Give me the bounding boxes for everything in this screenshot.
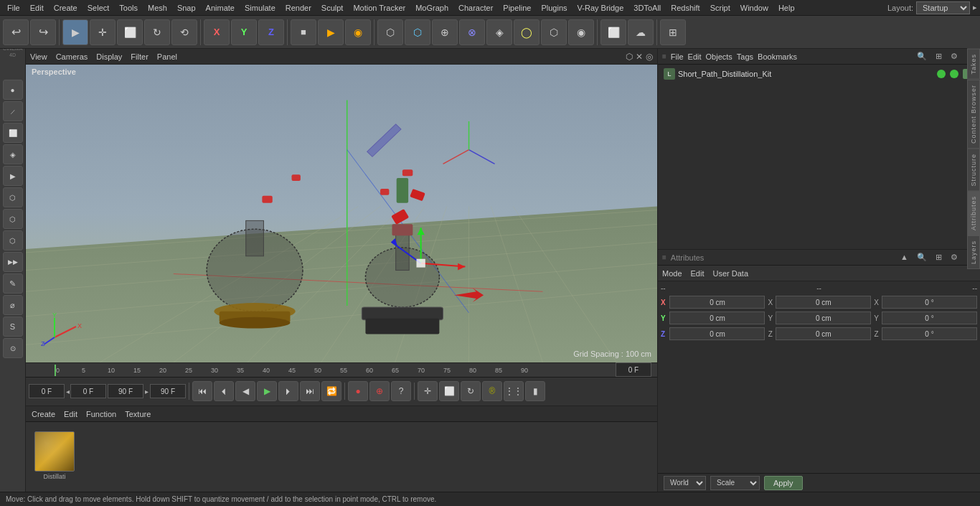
rotate-key-button[interactable]: ↻	[461, 381, 481, 401]
menu-create[interactable]: Create	[50, 2, 82, 14]
start-frame-input[interactable]	[29, 384, 65, 398]
x-axis-button[interactable]: X	[204, 19, 230, 45]
sidebar-polygons-button[interactable]: ⬜	[3, 123, 23, 143]
spline-button[interactable]: ⬡	[405, 19, 430, 45]
menu-pipeline[interactable]: Pipeline	[499, 2, 535, 14]
menu-simulate[interactable]: Simulate	[240, 2, 280, 14]
sidebar-select5-button[interactable]: ▶▶	[3, 252, 23, 272]
menu-mesh[interactable]: Mesh	[143, 2, 171, 14]
obj-manager-search-icon[interactable]: 🔍	[914, 52, 930, 61]
tab-layers[interactable]: Layers	[967, 235, 980, 269]
attr-z-pos-input[interactable]	[669, 327, 765, 340]
tc-arrow-left[interactable]: ◂	[66, 388, 70, 395]
max-frame-input-2[interactable]	[150, 384, 186, 398]
sidebar-edges-button[interactable]: ⟋	[3, 101, 23, 121]
transform-tool-button[interactable]: ⟲	[171, 19, 197, 45]
tab-content-browser[interactable]: Content Browser	[967, 80, 980, 149]
scene-objects-button[interactable]: ⬡	[541, 19, 567, 45]
menu-3dtoall[interactable]: 3DToAll	[629, 2, 665, 14]
attr-settings-icon[interactable]: ⚙	[948, 253, 961, 262]
sky-button[interactable]: ☁	[628, 19, 654, 45]
materials-edit-menu[interactable]: Edit	[64, 410, 77, 418]
help-button[interactable]: ?	[391, 381, 411, 401]
obj-manager-filter-icon[interactable]: ⊞	[933, 52, 945, 61]
attr-x-rot-input[interactable]	[882, 296, 977, 309]
tab-takes[interactable]: Takes	[967, 49, 980, 80]
sidebar-tool1-button[interactable]: ✎	[3, 273, 23, 294]
world-space-select[interactable]: World Object Local	[664, 476, 706, 490]
step-back-button[interactable]: ⏴	[214, 381, 234, 401]
attr-arrow-icon[interactable]: ▲	[897, 253, 911, 262]
viewport-filter-menu[interactable]: Filter	[131, 52, 148, 61]
current-frame-input[interactable]	[616, 362, 651, 377]
material-item-distillati[interactable]: Distillati	[32, 431, 77, 483]
menu-script[interactable]: Script	[706, 2, 735, 14]
sidebar-select4-button[interactable]: ⬡	[3, 230, 23, 250]
z-axis-button[interactable]: Z	[258, 19, 284, 45]
generator-button[interactable]: ⊕	[432, 19, 458, 45]
floor-button[interactable]: ⬜	[600, 19, 626, 45]
sidebar-select1-button[interactable]: ▶	[3, 166, 23, 186]
menu-select[interactable]: Select	[83, 2, 114, 14]
attr-y-rot-input[interactable]	[882, 311, 977, 324]
sidebar-snap-button[interactable]: ⊙	[3, 338, 23, 358]
record-button[interactable]: ●	[348, 381, 368, 401]
expand-icon[interactable]: ▸	[973, 3, 977, 12]
attr-edit-button[interactable]: Edit	[691, 269, 705, 278]
menu-motion-tracker[interactable]: Motion Tracker	[349, 2, 410, 14]
max-frame-input-1[interactable]	[108, 384, 143, 398]
min-frame-input[interactable]	[70, 384, 106, 398]
camera-button[interactable]: ◈	[486, 19, 512, 45]
move-key-button[interactable]: ✛	[418, 381, 438, 401]
sidebar-select3-button[interactable]: ⬡	[3, 209, 23, 229]
timeline-panel-button[interactable]: ▮	[525, 381, 545, 401]
attr-x-size-input[interactable]	[776, 296, 871, 309]
sidebar-tool3-button[interactable]: S	[3, 317, 23, 337]
apply-button[interactable]: Apply	[764, 476, 803, 490]
object-visibility-dot[interactable]	[937, 70, 946, 78]
goto-start-button[interactable]: ⏮	[192, 381, 212, 401]
menu-tools[interactable]: Tools	[115, 2, 142, 14]
transform-mode-select[interactable]: Scale Absolute Relative	[710, 476, 760, 490]
object-render-dot[interactable]	[950, 70, 958, 78]
attr-z-rot-input[interactable]	[882, 327, 977, 340]
attr-lock-icon[interactable]: ⊞	[933, 253, 945, 262]
obj-manager-edit-menu[interactable]: Edit	[688, 52, 702, 61]
viewport-cameras-menu[interactable]: Cameras	[56, 52, 88, 61]
viewport-display-menu[interactable]: Display	[96, 52, 122, 61]
play-button[interactable]: ▶	[257, 381, 277, 401]
attr-userdata-button[interactable]: User Data	[713, 269, 749, 278]
sidebar-points-button[interactable]: ●	[3, 80, 23, 100]
obj-manager-file-menu[interactable]: File	[671, 52, 684, 61]
light-button[interactable]: ◯	[514, 19, 540, 45]
layout-dropdown[interactable]: Startup Standard Animate	[916, 1, 970, 14]
record-active-button[interactable]: ®	[482, 381, 502, 401]
obj-manager-objects-menu[interactable]: Objects	[706, 52, 732, 61]
menu-file[interactable]: File	[3, 2, 24, 14]
menu-edit[interactable]: Edit	[26, 2, 48, 14]
attr-mode-button[interactable]: Mode	[662, 269, 682, 278]
play-reverse-button[interactable]: ◀	[235, 381, 255, 401]
tab-structure[interactable]: Structure	[967, 149, 980, 192]
geo-primitive-button[interactable]: ⬡	[377, 19, 403, 45]
obj-manager-bookmarks-menu[interactable]: Bookmarks	[758, 52, 797, 61]
tc-arrow-right[interactable]: ▸	[145, 388, 149, 395]
motion-clip-button[interactable]: ⋮⋮	[504, 381, 524, 401]
viewport-view-menu[interactable]: View	[30, 52, 47, 61]
attr-y-size-input[interactable]	[776, 311, 871, 324]
render-picture-button[interactable]: ◉	[345, 19, 371, 45]
y-axis-button[interactable]: Y	[231, 19, 257, 45]
obj-manager-settings-icon[interactable]: ⚙	[948, 52, 961, 61]
deformer-button[interactable]: ⊗	[459, 19, 485, 45]
menu-redshift[interactable]: Redshift	[666, 2, 704, 14]
viewport-more-icon[interactable]: ◎	[646, 52, 653, 62]
sidebar-tool2-button[interactable]: ⌀	[3, 295, 23, 315]
scale-tool-button[interactable]: ⬜	[117, 19, 143, 45]
undo-button[interactable]: ↩	[3, 19, 29, 45]
viewport-panel-menu[interactable]: Panel	[157, 52, 177, 61]
materials-texture-menu[interactable]: Texture	[125, 410, 151, 418]
auto-key-button[interactable]: ⊕	[369, 381, 390, 401]
attr-search-icon[interactable]: 🔍	[914, 253, 930, 262]
viewport-canvas[interactable]: Perspective Grid Spacing : 100 cm X Y Z	[26, 65, 657, 362]
menu-window[interactable]: Window	[736, 2, 773, 14]
